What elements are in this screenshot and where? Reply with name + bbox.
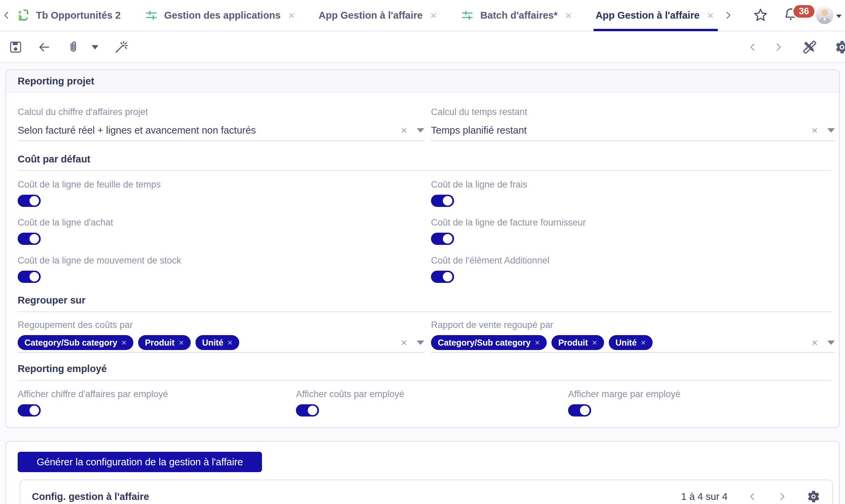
section-grouping-header: Regrouper sur: [18, 295, 831, 312]
tag-label: Produit: [145, 338, 175, 348]
toggle-label: Coût de la ligne de feuille de temps: [18, 179, 161, 190]
tag-remove-icon[interactable]: ×: [227, 338, 232, 347]
toggle-field-employee-costs: Afficher coûts par employé: [296, 389, 404, 416]
user-avatar[interactable]: [816, 6, 833, 24]
attachment-caret-icon[interactable]: [92, 45, 99, 50]
tabs-scroll-left-icon[interactable]: [1, 10, 12, 20]
tab-tb-opportunites[interactable]: Tb Opportunités 2: [16, 0, 121, 31]
dropdown-caret-icon[interactable]: [417, 128, 424, 132]
config-list-card: Config. gestion à l'affaire 1 à 4 sur 4: [20, 480, 833, 504]
tab-app-gestion-affaire-active[interactable]: App Gestion à l'affaire ×: [596, 0, 714, 31]
tab-close-icon[interactable]: ×: [288, 10, 295, 21]
tag[interactable]: Category/Sub category ×: [18, 335, 134, 350]
paperclip-icon[interactable]: [67, 40, 80, 54]
toggle-label: Coût de l'élément Additionnel: [431, 255, 549, 266]
field-revenue-calc: Calcul du chiffre d'affaires projet Selo…: [18, 107, 424, 141]
toggle-field-additional-cost: Coût de l'élément Additionnel: [431, 255, 549, 283]
tag-remove-icon[interactable]: ×: [535, 338, 540, 347]
employee-margin-toggle[interactable]: [568, 404, 591, 416]
tag-label: Unité: [202, 338, 224, 348]
green-app-icon: [16, 8, 30, 22]
generate-config-button[interactable]: Générer la configuration de la gestion à…: [18, 452, 262, 472]
clear-field-icon[interactable]: ×: [811, 125, 818, 136]
tab-close-icon[interactable]: ×: [430, 10, 437, 21]
field-underline: [431, 140, 835, 141]
field-underline: [18, 352, 424, 353]
tab-label: Tb Opportunités 2: [36, 10, 121, 21]
tab-label: App Gestion à l'affaire: [596, 10, 700, 21]
dropdown-caret-icon[interactable]: [827, 128, 835, 132]
pager-prev-icon[interactable]: [747, 491, 757, 502]
tag-remove-icon[interactable]: ×: [592, 338, 597, 347]
vendorbill-cost-toggle[interactable]: [431, 233, 454, 245]
tag-remove-icon[interactable]: ×: [641, 338, 646, 347]
timesheet-cost-toggle[interactable]: [18, 195, 41, 207]
record-prev-icon[interactable]: [747, 42, 758, 53]
section-title: Coût par défaut: [18, 154, 831, 165]
record-next-icon[interactable]: [773, 42, 784, 53]
sale-grouping-tags-field[interactable]: Category/Sub category × Produit × Unité …: [431, 335, 835, 350]
app: Tb Opportunités 2 Gestion des applicatio…: [0, 0, 845, 504]
section-divider: [18, 170, 831, 171]
notification-badge: 36: [792, 4, 816, 19]
stockmove-cost-toggle[interactable]: [18, 271, 41, 283]
section-divider: [18, 311, 831, 312]
expense-cost-toggle[interactable]: [431, 195, 454, 207]
reporting-projet-panel: Reporting projet Calcul du chiffre d'aff…: [5, 70, 840, 428]
tag-label: Category/Sub category: [438, 338, 531, 348]
employee-costs-toggle[interactable]: [296, 404, 319, 416]
tag-label: Produit: [558, 338, 588, 348]
tab-batch-affaires[interactable]: Batch d'affaires* ×: [460, 0, 572, 31]
toggle-label: Coût de la ligne d'achat: [18, 217, 113, 228]
field-sale-grouping: Rapport de vente regoupé par Category/Su…: [431, 320, 835, 353]
tab-gestion-applications[interactable]: Gestion des applications ×: [144, 0, 295, 31]
tag-remove-icon[interactable]: ×: [122, 338, 127, 347]
time-calc-select[interactable]: Temps planifié restant ×: [431, 122, 835, 138]
section-title: Regrouper sur: [18, 295, 831, 306]
avatar-image: [816, 6, 833, 24]
tag[interactable]: Unité ×: [609, 335, 653, 350]
field-label: Regoupement des coûts par: [18, 320, 424, 330]
revenue-calc-select[interactable]: Selon facturé réel + lignes et avancemen…: [18, 122, 424, 138]
design-tools-icon[interactable]: [802, 39, 818, 55]
tab-close-icon[interactable]: ×: [707, 10, 714, 21]
additional-item-cost-toggle[interactable]: [431, 271, 454, 283]
pager-range: 1 à 4 sur 4: [681, 491, 727, 502]
magic-wand-icon[interactable]: [114, 40, 128, 54]
clear-field-icon[interactable]: ×: [401, 125, 407, 136]
section-title: Reporting employé: [18, 363, 831, 375]
settings-gear-icon[interactable]: [834, 39, 845, 55]
toolbar: [0, 32, 845, 63]
tag[interactable]: Produit ×: [551, 335, 604, 350]
tab-close-icon[interactable]: ×: [565, 10, 572, 21]
cost-grouping-tags-field[interactable]: Category/Sub category × Produit × Unité …: [18, 335, 424, 350]
save-icon[interactable]: [9, 40, 22, 54]
pager-next-icon[interactable]: [777, 491, 787, 502]
config-list-header: Config. gestion à l'affaire 1 à 4 sur 4: [20, 480, 832, 504]
section-employee-header: Reporting employé: [18, 363, 831, 380]
clear-field-icon[interactable]: ×: [811, 337, 818, 348]
back-arrow-icon[interactable]: [37, 40, 51, 54]
tag[interactable]: Category/Sub category ×: [431, 335, 547, 350]
toggle-label: Coût de la ligne de frais: [431, 179, 527, 190]
tag[interactable]: Produit ×: [138, 335, 191, 350]
user-menu-caret-icon[interactable]: [836, 15, 842, 18]
purchase-cost-toggle[interactable]: [18, 233, 41, 245]
notifications-button[interactable]: 36: [783, 7, 798, 23]
clear-field-icon[interactable]: ×: [401, 337, 407, 348]
tabs-scroll-right-icon[interactable]: [723, 10, 733, 20]
favorite-star-icon[interactable]: [753, 7, 768, 23]
toggle-field-timesheet-cost: Coût de la ligne de feuille de temps: [18, 179, 161, 207]
field-value: Selon facturé réel + lignes et avancemen…: [18, 125, 401, 136]
panel-title: Reporting projet: [18, 76, 94, 87]
tab-app-gestion-affaire-1[interactable]: App Gestion à l'affaire ×: [319, 0, 437, 31]
employee-revenue-toggle[interactable]: [18, 404, 41, 416]
panel-header: Reporting projet: [6, 70, 839, 93]
dropdown-caret-icon[interactable]: [417, 341, 424, 345]
tag-remove-icon[interactable]: ×: [178, 338, 183, 347]
field-time-calc: Calcul du temps restant Temps planifié r…: [431, 107, 835, 141]
tag[interactable]: Unité ×: [195, 335, 240, 350]
dropdown-caret-icon[interactable]: [827, 341, 835, 345]
field-label: Calcul du temps restant: [431, 107, 835, 118]
list-settings-gear-icon[interactable]: [806, 489, 821, 504]
